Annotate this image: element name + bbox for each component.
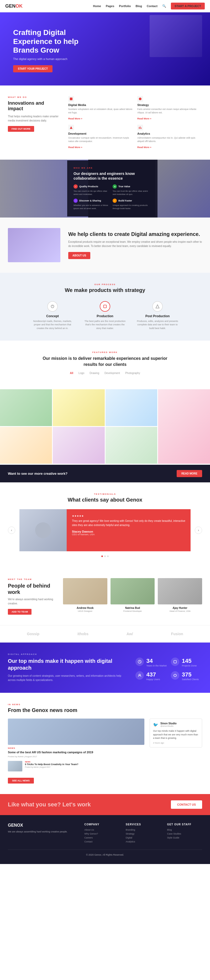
footer-link-about[interactable]: About Us xyxy=(84,829,120,831)
nav-blog[interactable]: Blog xyxy=(136,5,142,8)
footer-link-careers[interactable]: Careers xyxy=(84,837,120,839)
team-card-1: Andrew Hook UI/UX Designer xyxy=(63,578,107,612)
years-icon xyxy=(136,657,144,666)
portfolio-item-1[interactable] xyxy=(0,389,52,426)
collab-item-1: ✓ Quality Products You can count on illo… xyxy=(74,185,110,196)
stat-clients-label: Satisfied Clients xyxy=(182,678,199,681)
footer-link-case-studies[interactable]: Case Studies xyxy=(167,832,202,835)
author-name: Stacey Dawson xyxy=(72,530,185,533)
filter-all[interactable]: All xyxy=(70,372,73,374)
portfolio-item-6[interactable] xyxy=(53,427,105,464)
brand-logo-1: Gossip xyxy=(27,632,39,636)
footer-link-blog[interactable]: Blog xyxy=(167,829,202,831)
service-link-3[interactable]: Read More » xyxy=(68,146,82,149)
stats-heading: Our top minds make it happen with digita… xyxy=(8,657,128,671)
collab-desc-4: Unique approach to creating products thr… xyxy=(113,204,149,210)
service-desc-1: Nusitare voluptatem est ut volutatem dic… xyxy=(68,108,133,115)
footer-link-style-guide[interactable]: Style Guide xyxy=(167,837,202,839)
filter-development[interactable]: Development xyxy=(104,372,120,374)
svg-rect-8 xyxy=(104,305,107,308)
footer-col-staff: Get our staff Blog Case Studies Style Gu… xyxy=(167,823,202,844)
team-card-3: Ajay Hunter Head of Finance, USA xyxy=(158,578,202,612)
portfolio-item-4[interactable] xyxy=(158,389,210,464)
stat-projects-text: 145 Projects Done xyxy=(182,657,197,667)
footer-link-digital[interactable]: Digital xyxy=(126,837,161,839)
filter-drawing[interactable]: Drawing xyxy=(90,372,99,374)
step-title-3: Post Production xyxy=(136,314,178,318)
service-strategy: Strategy Faris ametut consecltur est viv… xyxy=(137,96,202,121)
nav-cta-button[interactable]: START A PROJECT xyxy=(171,3,205,10)
about-section-label: WHAT WE DO xyxy=(8,96,60,99)
footer-col-services: Services Branding Strategy Digital Analy… xyxy=(126,823,161,844)
want-more-button[interactable]: READ MORE xyxy=(177,470,202,477)
svg-marker-9 xyxy=(156,305,159,308)
footer-link-strategy[interactable]: Strategy xyxy=(126,832,161,835)
portfolio-item-2[interactable] xyxy=(53,389,105,426)
news-featured-title[interactable]: Some of the best AR US fashion marketing… xyxy=(8,750,144,754)
news-item-meta-1: Posted by Admin | August 2017 xyxy=(25,766,78,768)
footer-link-analytics[interactable]: Analytics xyxy=(126,840,161,843)
filter-logo[interactable]: Logo xyxy=(79,372,84,374)
footer-brand: GENOX We are always assembling hard work… xyxy=(8,823,78,844)
portfolio-item-5[interactable] xyxy=(0,427,52,464)
cta-text: Like what you see? xyxy=(8,801,61,808)
cta-section: Like what you see? Let's work CONTACT US xyxy=(0,794,210,815)
news-featured-tag: News xyxy=(8,747,144,749)
discover-icon: ⬡ xyxy=(74,199,78,203)
collaboration-section: WHO WE ARE Our designers and engineers k… xyxy=(0,160,210,218)
dot-3[interactable] xyxy=(107,555,109,557)
stat-clients-text: 375 Satisfied Clients xyxy=(182,671,199,681)
stat-projects-label: Projects Done xyxy=(182,664,197,667)
about-section: WHAT WE DO Innovations and impact That h… xyxy=(0,86,210,160)
service-analytics: Analytics Admovitatem consequuntur nisi … xyxy=(137,125,202,149)
post-production-icon xyxy=(152,301,163,312)
slider-prev-button[interactable]: ‹ xyxy=(8,527,15,534)
news-cta-button[interactable]: SEE ALL NEWS xyxy=(8,778,34,784)
digital-description: Exceptional products require an exceptio… xyxy=(68,240,202,248)
hero-cta-button[interactable]: START YOUR PROJECT xyxy=(13,65,52,72)
people-cta-button[interactable]: ADD TO TEAM xyxy=(8,609,32,615)
stats-section-label: DIGITAL APPROACH xyxy=(8,653,202,655)
digital-cta-button[interactable]: ABOUT US xyxy=(68,252,90,259)
service-link-1[interactable]: Read More » xyxy=(68,117,82,120)
filter-photography[interactable]: Photography xyxy=(125,372,140,374)
nav-home[interactable]: Home xyxy=(93,5,101,8)
portfolio-item-3[interactable] xyxy=(106,389,158,426)
news-section-label: IN NEWS xyxy=(8,703,202,706)
about-cta-button[interactable]: FIND OUT MORE xyxy=(8,126,34,132)
footer-link-why[interactable]: Why Genox? xyxy=(84,832,120,835)
step-desc-1: Nondescript roads, themes, markets, prop… xyxy=(32,320,74,330)
footer-link-branding[interactable]: Branding xyxy=(126,829,161,831)
stat-users-label: Happy Users xyxy=(147,678,160,681)
hero-section: Crafting Digital Experience to help Bran… xyxy=(0,12,210,86)
nav-portfolio[interactable]: Portfolio xyxy=(119,5,131,8)
svg-marker-2 xyxy=(70,126,73,129)
strategy-icon xyxy=(137,96,143,102)
portfolio-item-7[interactable] xyxy=(106,427,158,464)
stat-years: 34 Years in the Market xyxy=(136,657,167,667)
step-title-1: Concept xyxy=(32,314,74,318)
footer-col-staff-title: Get our staff xyxy=(167,823,202,826)
stat-clients-number: 375 xyxy=(182,671,199,678)
social-time: 2 hours ago xyxy=(153,742,199,744)
news-item-title-1[interactable]: 5 Tricks To Help Boost Creativity in You… xyxy=(25,763,78,766)
svg-rect-13 xyxy=(174,660,177,663)
service-link-2[interactable]: Read More » xyxy=(137,117,152,120)
projects-icon xyxy=(171,657,179,666)
cta-button[interactable]: CONTACT US xyxy=(171,800,202,809)
social-handle: @sinonStudio xyxy=(160,725,177,727)
dot-2[interactable] xyxy=(104,555,106,557)
collab-items: ✓ Quality Products You can count on illo… xyxy=(74,185,149,210)
nav-pages[interactable]: Pages xyxy=(106,5,114,8)
nav-contact[interactable]: Contact xyxy=(147,5,158,8)
process-heading: We make products with strategy xyxy=(8,287,202,293)
search-icon[interactable]: 🔍 xyxy=(162,4,166,8)
slider-next-button[interactable]: › xyxy=(195,527,202,534)
service-link-4[interactable]: Read More » xyxy=(137,146,152,149)
team-avatar-1 xyxy=(63,578,107,605)
service-title-1: Digital Media xyxy=(68,103,133,107)
quality-icon: ✓ xyxy=(74,185,78,189)
footer-link-contact[interactable]: Contact xyxy=(84,840,120,843)
dot-1[interactable] xyxy=(101,555,103,557)
people-description: We're always assembling hard working cre… xyxy=(8,597,55,606)
